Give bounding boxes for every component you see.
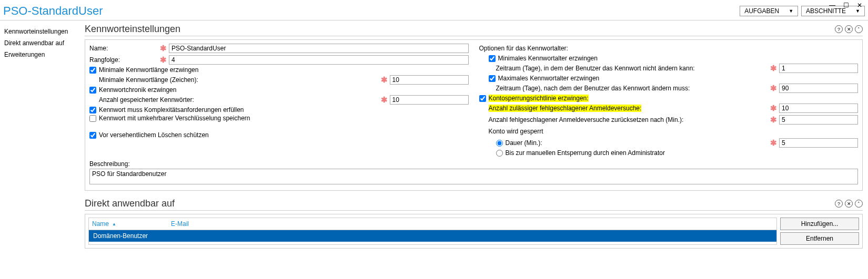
close-icon[interactable]: ✕: [855, 1, 864, 9]
required-icon: ✱: [770, 104, 777, 113]
chevron-down-icon: ▼: [789, 8, 793, 14]
add-button[interactable]: Hinzufügen...: [780, 218, 859, 230]
section-title-password: Kennworteinstellungen: [85, 24, 180, 35]
window-controls: — ☐ ✕: [824, 0, 868, 11]
section-title-applies-to: Direkt anwendbar auf: [85, 198, 175, 209]
max-age-chk-label: Maximales Kennwortalter erzwingen: [498, 75, 600, 82]
tasks-label: AUFGABEN: [744, 7, 779, 15]
applies-to-table: Name ▲ E-Mail Domänen-Benutzer: [88, 218, 777, 245]
age-options-label: Optionen für das Kennwortalter:: [479, 45, 568, 52]
min-age-checkbox[interactable]: [489, 55, 496, 62]
complexity-checkbox[interactable]: [89, 107, 96, 113]
lockout-chk-label: Kontosperrungsrichtlinie erzwingen:: [489, 95, 589, 102]
collapse-icon[interactable]: ˄: [855, 200, 863, 208]
section-header-applies-to: Direkt anwendbar auf ? ✕ ˄: [85, 198, 863, 211]
history-chk-label: Kennwortchronik erzwingen: [99, 86, 176, 94]
complexity-label: Kennwort muss Komplexitätsanforderungen …: [99, 106, 244, 113]
max-age-checkbox[interactable]: [489, 75, 496, 82]
duration-radio[interactable]: [496, 140, 503, 147]
maximize-icon[interactable]: ☐: [842, 1, 850, 9]
remove-button[interactable]: Entfernen: [780, 232, 859, 245]
min-length-input[interactable]: [390, 75, 469, 85]
min-length-chk-label: Minimale Kennwortlänge erzwingen: [99, 66, 198, 74]
cell-email: [172, 232, 772, 240]
column-header-name[interactable]: Name ▲: [92, 220, 171, 228]
min-age-input[interactable]: [779, 64, 858, 73]
min-length-checkbox[interactable]: [89, 67, 96, 74]
cell-name: Domänen-Benutzer: [93, 232, 172, 240]
min-age-chk-label: Minimales Kennwortalter erzwingen: [498, 55, 598, 62]
right-column: Optionen für das Kennwortalter: Minimale…: [479, 43, 859, 157]
protect-label: Vor versehentlichem Löschen schützen: [99, 131, 209, 139]
section-body-applies-to: Name ▲ E-Mail Domänen-Benutzer Hinzufüge…: [85, 214, 863, 249]
precedence-label: Rangfolge:: [89, 56, 158, 64]
history-checkbox[interactable]: [89, 87, 96, 94]
reversible-label: Kennwort mit umkehrbarer Verschlüsselung…: [99, 115, 250, 122]
description-label: Beschreibung:: [89, 160, 858, 168]
required-icon: ✱: [381, 95, 388, 105]
sort-asc-icon: ▲: [112, 222, 116, 226]
min-age-label: Zeitraum (Tage), in dem der Benutzer das…: [496, 65, 769, 72]
protect-checkbox[interactable]: [89, 132, 96, 139]
tasks-dropdown[interactable]: AUFGABEN ▼: [740, 6, 798, 16]
minimize-icon[interactable]: —: [828, 1, 836, 9]
precedence-input[interactable]: [169, 55, 469, 65]
main-content: Kennworteinstellungen ? ✕ ˄ Name: ✱: [82, 20, 868, 254]
sidebar-item-applies-to[interactable]: Direkt anwendbar auf: [4, 37, 77, 49]
table-header: Name ▲ E-Mail: [89, 218, 776, 230]
required-icon: ✱: [770, 138, 777, 148]
help-icon[interactable]: ?: [835, 200, 843, 208]
required-icon: ✱: [770, 84, 777, 93]
reset-after-label: Anzahl fehlgeschlagener Anmeldeversuche …: [489, 116, 769, 123]
required-icon: ✱: [770, 115, 777, 125]
close-section-icon[interactable]: ✕: [845, 200, 853, 208]
account-locked-label: Konto wird gesperrt: [489, 128, 543, 135]
failed-attempts-label: Anzahl zulässiger fehlgeschlagener Anmel…: [489, 105, 769, 112]
name-label: Name:: [89, 45, 158, 52]
page-header: PSO-StandardUser AUFGABEN ▼ ABSCHNITTE ▼: [0, 0, 868, 20]
duration-input[interactable]: [779, 138, 858, 148]
description-input[interactable]: [89, 169, 858, 184]
collapse-icon[interactable]: ˄: [855, 25, 863, 33]
failed-attempts-input[interactable]: [779, 104, 858, 113]
left-column: Name: ✱ Rangfolge: ✱ Minimale Kennwortlä…: [89, 43, 469, 157]
sidebar: Kennworteinstellungen Direkt anwendbar a…: [0, 20, 82, 254]
min-length-label: Minimale Kennwortlänge (Zeichen):: [99, 76, 379, 84]
reset-after-input[interactable]: [779, 115, 858, 125]
column-name-label: Name: [92, 220, 109, 228]
max-age-label: Zeitraum (Tage), nach dem der Benutzer d…: [496, 85, 769, 92]
duration-radio-label: Dauer (Min.):: [506, 139, 542, 147]
history-label: Anzahl gespeicherter Kennwörter:: [99, 96, 379, 104]
close-section-icon[interactable]: ✕: [845, 25, 853, 33]
page-title: PSO-StandardUser: [3, 4, 103, 18]
required-icon: ✱: [381, 75, 388, 85]
help-icon[interactable]: ?: [835, 25, 843, 33]
manual-unlock-label: Bis zur manuellen Entsperrung durch eine…: [506, 149, 665, 157]
lockout-checkbox[interactable]: [479, 95, 486, 102]
required-icon: ✱: [160, 44, 167, 53]
max-age-input[interactable]: [779, 84, 858, 93]
column-header-email[interactable]: E-Mail: [171, 220, 773, 228]
sidebar-item-password-settings[interactable]: Kennworteinstellungen: [4, 26, 77, 37]
required-icon: ✱: [770, 64, 777, 73]
history-input[interactable]: [390, 95, 469, 105]
name-input[interactable]: [169, 44, 469, 53]
sidebar-item-extensions[interactable]: Erweiterungen: [4, 49, 77, 60]
section-header-password: Kennworteinstellungen ? ✕ ˄: [85, 24, 863, 36]
manual-unlock-radio[interactable]: [496, 150, 503, 157]
section-body-password: Name: ✱ Rangfolge: ✱ Minimale Kennwortlä…: [85, 39, 863, 191]
table-row[interactable]: Domänen-Benutzer: [89, 230, 776, 242]
required-icon: ✱: [160, 55, 167, 65]
reversible-checkbox[interactable]: [89, 115, 96, 122]
